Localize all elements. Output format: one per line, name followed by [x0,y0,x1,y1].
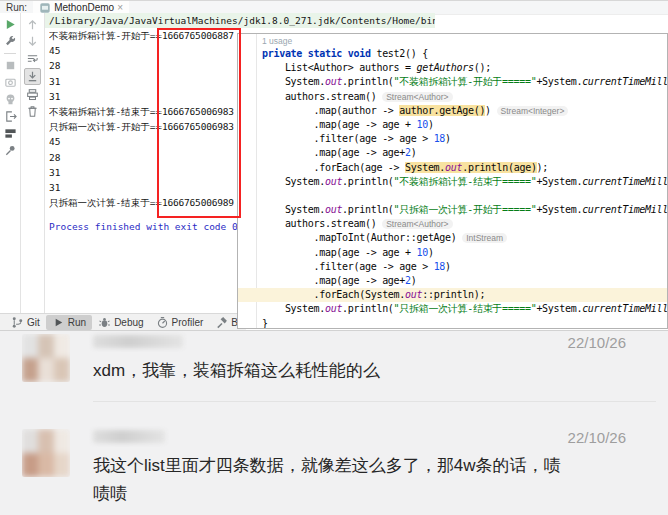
code-token: ) [428,119,434,130]
chat-thread: 22/10/26xdm，我靠，装箱拆箱这么耗性能的么22/10/26我这个lis… [0,331,668,515]
code-token: System. [262,176,325,187]
console-line-label: 不装箱拆箱计算-开始于===== [49,28,162,43]
code-token: ); [537,162,548,173]
code-token: ) [445,261,451,272]
up-icon[interactable] [25,17,40,32]
avatar[interactable] [22,334,70,382]
code-token: System. [262,303,325,314]
code-token: .println(age) [462,162,536,173]
username-blurred [93,335,183,348]
code-line: .map(author -> author.getAge()) Stream<I… [238,104,667,118]
code-token: 18 [434,133,445,144]
code-token: currentTimeMillis [582,76,668,87]
tool-window-button-git[interactable]: Git [5,315,46,330]
trash-icon[interactable] [25,104,40,119]
code-token: .map(age -> age+ [262,147,405,158]
message-date: 22/10/26 [568,334,626,351]
wrench-icon[interactable] [3,34,18,49]
message-text: 我这个list里面才四条数据，就像差这么多了，那4w条的话，啧啧啧 [93,452,563,508]
tool-window-button-profiler[interactable]: Profiler [150,315,210,330]
code-line: .mapToInt(Author::getAge) IntStream [238,231,667,245]
console-command-line: /Library/Java/JavaVirtualMachines/jdk1.8… [45,13,435,28]
code-lines: private static void test2() { List<Autho… [238,47,667,329]
profiler-icon [156,316,169,329]
code-token: .forEach(age -> [262,162,405,173]
tool-window-button-run[interactable]: Run [46,315,92,330]
code-token: out [325,76,342,87]
softwrap-icon[interactable] [25,51,40,66]
stop-icon[interactable] [3,58,18,73]
kill-icon[interactable] [3,92,18,107]
rerun-icon[interactable] [3,17,18,32]
code-token: "只拆箱一次计算-开始于=====" [394,204,537,215]
chat-message: 22/10/26xdm，我靠，装箱拆箱这么耗性能的么 [0,331,668,385]
inlay-type-hint: Stream<Author> [382,219,452,229]
code-token: authors.stream() [262,218,382,229]
code-token: test2() { [376,48,428,59]
message-content: 22/10/26我这个list里面才四条数据，就像差这么多了，那4w条的话，啧啧… [93,429,626,508]
usage-hint[interactable]: 1 usage [238,36,667,47]
code-token: authors.stream() [262,91,382,102]
code-line: .map(age -> age + 10) [238,118,667,132]
down-icon[interactable] [25,34,40,49]
run-toolbar-left [0,13,21,313]
message-text: xdm，我靠，装箱拆箱这么耗性能的么 [93,357,563,385]
avatar[interactable] [22,429,70,477]
close-icon[interactable]: × [117,3,123,13]
code-token: currentTimeMillis [582,303,668,314]
code-token: } [262,318,268,329]
chat-message: 22/10/26我这个list里面才四条数据，就像差这么多了，那4w条的话，啧啧… [0,402,668,508]
code-token: "不装箱拆箱计算-开始于=====" [394,76,537,87]
code-line: List<Author> authors = getAuthors(); [238,61,667,75]
code-token: ::println); [422,289,485,300]
printer-icon[interactable] [25,87,40,102]
code-token: .filter(age -> age > [262,261,434,272]
exit-icon[interactable] [3,109,18,124]
debug-icon [98,316,111,329]
code-token: +System. [536,303,582,314]
code-token: "只拆箱一次计算-结束于=====" [394,303,537,314]
toolbar-separator [4,53,16,54]
code-line: .map(age -> age + 10) [238,246,667,260]
code-line-current: .forEach(System.out::println); [238,288,667,302]
code-line: .filter(age -> age > 18) [238,132,667,146]
code-line: .map(age -> age+2) [238,274,667,288]
tool-window-button-label: Git [27,317,40,328]
layout-icon[interactable] [3,126,18,141]
page: Run: MethonDemo × /Library/Java/JavaVirt… [0,0,668,515]
code-editor-panel[interactable]: 1 usage private static void test2() { Li… [237,33,668,329]
code-token: .println( [342,76,394,87]
tool-window-button-debug[interactable]: Debug [92,315,149,330]
inlay-type-hint: IntStream [462,233,507,243]
code-token: .mapToInt(Author::getAge) [262,232,462,243]
run-icon [52,316,65,329]
code-token: author.getAge() [399,105,485,116]
message-content: 22/10/26xdm，我靠，装箱拆箱这么耗性能的么 [93,334,626,385]
code-line: authors.stream() Stream<Author> [238,217,667,231]
code-token: out [325,204,342,215]
code-token: ) [485,105,496,116]
tool-window-button-label: Debug [114,317,143,328]
code-line: } [238,317,667,329]
code-token: out [445,162,462,173]
snapshot-icon[interactable] [3,75,18,90]
message-date: 22/10/26 [568,429,626,446]
code-token: .println( [342,204,394,215]
code-token: 10 [416,119,427,130]
inlay-type-hint: Stream<Author> [382,92,452,102]
code-token: currentTimeMillis [582,204,668,215]
code-token: out [405,289,422,300]
pin-icon[interactable] [3,143,18,158]
code-token: .forEach(System. [262,289,405,300]
code-token: .println( [342,303,394,314]
code-token: 10 [416,247,427,258]
code-token: 18 [434,261,445,272]
code-token: +System. [536,76,582,87]
code-token: currentTimeMillis [582,176,668,187]
build-icon [215,316,228,329]
code-line [238,189,667,203]
code-line: .filter(age -> age > 18) [238,260,667,274]
red-annotation-box [157,28,241,218]
console-line-label: 只拆箱一次计算-开始于===== [49,119,162,134]
scrollend-icon[interactable] [24,68,41,85]
